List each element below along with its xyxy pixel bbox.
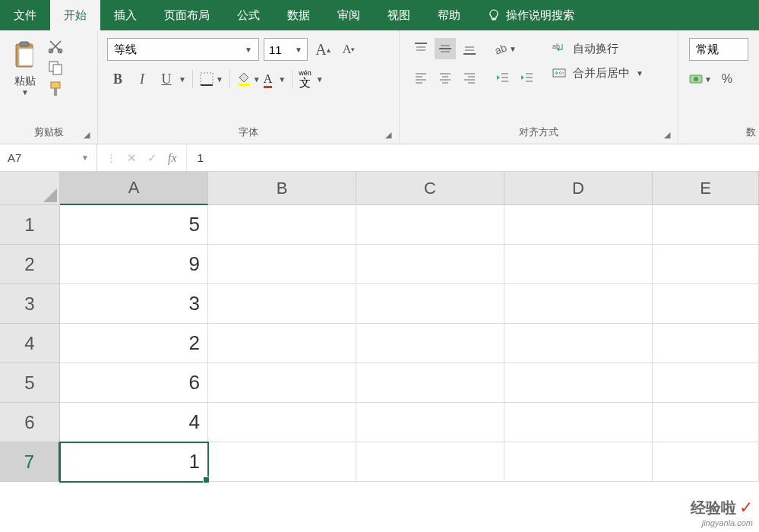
cell-d2[interactable] [504, 245, 653, 284]
cell-a1[interactable]: 5 [60, 205, 208, 245]
cell-b7[interactable] [208, 442, 356, 482]
menu-formulas[interactable]: 公式 [223, 0, 274, 30]
cell-b1[interactable] [208, 205, 356, 245]
cell-b5[interactable] [208, 363, 356, 403]
fill-color-button[interactable]: ▼ [236, 71, 261, 87]
row-header-3[interactable]: 3 [0, 284, 60, 324]
align-top-button[interactable] [410, 38, 432, 59]
font-color-button[interactable]: A ▼ [264, 72, 286, 86]
cell-a2[interactable]: 9 [60, 245, 208, 284]
cancel-formula-button[interactable]: ✕ [127, 151, 137, 165]
row-header-7[interactable]: 7 [0, 442, 60, 482]
cell-e5[interactable] [653, 363, 759, 403]
cell-c3[interactable] [356, 284, 504, 324]
cell-c1[interactable] [356, 205, 504, 245]
phonetic-icon: wén文 [299, 70, 312, 88]
name-box[interactable]: A7 ▼ [0, 144, 97, 171]
menu-help[interactable]: 帮助 [424, 0, 474, 30]
formula-bar: A7 ▼ ⋮ ✕ ✓ fx 1 [0, 144, 759, 172]
font-size-select[interactable]: 11 ▼ [264, 38, 308, 61]
select-all-corner[interactable] [0, 172, 60, 205]
row-header-5[interactable]: 5 [0, 363, 60, 403]
cell-a6[interactable]: 4 [60, 403, 208, 442]
menu-data[interactable]: 数据 [274, 0, 324, 30]
cell-e4[interactable] [653, 324, 759, 363]
menu-page-layout[interactable]: 页面布局 [150, 0, 223, 30]
align-left-button[interactable] [410, 67, 432, 88]
phonetic-button[interactable]: wén文 ▼ [299, 70, 323, 88]
bold-button[interactable]: B [107, 68, 128, 90]
cell-c6[interactable] [356, 403, 504, 442]
cell-a7[interactable]: 1 [60, 442, 208, 482]
cell-e7[interactable] [653, 442, 759, 482]
increase-indent-button[interactable] [517, 67, 538, 88]
cell-a3[interactable]: 3 [60, 284, 208, 324]
increase-font-button[interactable]: A▴ [312, 39, 334, 60]
decrease-indent-button[interactable] [492, 67, 514, 88]
number-format-select[interactable]: 常规 [689, 38, 748, 61]
formula-input[interactable]: 1 [187, 144, 759, 171]
enter-formula-button[interactable]: ✓ [147, 151, 157, 165]
wrap-text-button[interactable]: ab 自动换行 [549, 40, 647, 58]
row-header-4[interactable]: 4 [0, 324, 60, 363]
menu-view[interactable]: 视图 [374, 0, 424, 30]
copy-button[interactable] [47, 59, 64, 76]
format-painter-button[interactable] [47, 81, 64, 97]
percent-format-button[interactable]: % [716, 68, 738, 90]
accounting-format-button[interactable]: ▼ [689, 72, 712, 86]
cell-d6[interactable] [504, 403, 653, 442]
cell-c7[interactable] [356, 442, 504, 482]
column-header-b[interactable]: B [208, 172, 356, 205]
cell-b6[interactable] [208, 403, 356, 442]
align-center-button[interactable] [435, 67, 456, 88]
cell-d5[interactable] [504, 363, 653, 403]
cell-e1[interactable] [653, 205, 759, 245]
cell-a5[interactable]: 6 [60, 363, 208, 403]
row-header-1[interactable]: 1 [0, 205, 60, 245]
menu-file[interactable]: 文件 [0, 0, 50, 30]
row-header-6[interactable]: 6 [0, 403, 60, 442]
cell-d4[interactable] [504, 324, 653, 363]
cell-c4[interactable] [356, 324, 504, 363]
cell-b2[interactable] [208, 245, 356, 284]
align-right-button[interactable] [459, 67, 480, 88]
cell-b3[interactable] [208, 284, 356, 324]
orientation-button[interactable]: ab ▼ [492, 41, 517, 56]
menu-home[interactable]: 开始 [50, 0, 100, 30]
decrease-font-button[interactable]: A▾ [338, 39, 359, 60]
cell-e2[interactable] [653, 245, 759, 284]
fx-icon[interactable]: fx [168, 151, 177, 165]
align-middle-button[interactable] [435, 38, 456, 59]
column-header-d[interactable]: D [504, 172, 653, 205]
cell-d3[interactable] [504, 284, 653, 324]
font-launcher-icon[interactable]: ◢ [385, 130, 396, 141]
underline-button[interactable]: U▼ [156, 68, 186, 90]
font-name-select[interactable]: 等线 ▼ [107, 38, 259, 61]
formula-menu-icon[interactable]: ⋮ [106, 152, 116, 163]
column-header-a[interactable]: A [60, 172, 208, 205]
align-bottom-button[interactable] [459, 38, 480, 59]
chevron-down-icon: ▼ [636, 69, 644, 78]
alignment-launcher-icon[interactable]: ◢ [664, 130, 675, 141]
clipboard-launcher-icon[interactable]: ◢ [84, 130, 94, 141]
column-header-c[interactable]: C [356, 172, 504, 205]
cell-c2[interactable] [356, 245, 504, 284]
cell-e6[interactable] [653, 403, 759, 442]
cut-button[interactable] [47, 38, 64, 55]
cell-d1[interactable] [504, 205, 653, 245]
tell-me-search[interactable]: 操作说明搜索 [474, 0, 588, 30]
column-header-e[interactable]: E [653, 172, 759, 205]
cell-c5[interactable] [356, 363, 504, 403]
merge-center-button[interactable]: 合并后居中 ▼ [549, 64, 647, 82]
italic-button[interactable]: I [131, 68, 153, 90]
cell-b4[interactable] [208, 324, 356, 363]
cell-e3[interactable] [653, 284, 759, 324]
borders-button[interactable]: ▼ [199, 71, 223, 87]
menu-review[interactable]: 审阅 [324, 0, 374, 30]
row-header-2[interactable]: 2 [0, 245, 60, 284]
cell-d7[interactable] [504, 442, 653, 482]
menu-insert[interactable]: 插入 [100, 0, 150, 30]
column-headers: A B C D E [0, 172, 759, 205]
cell-a4[interactable]: 2 [60, 324, 208, 363]
paste-button[interactable]: 粘贴 ▼ [9, 38, 41, 100]
